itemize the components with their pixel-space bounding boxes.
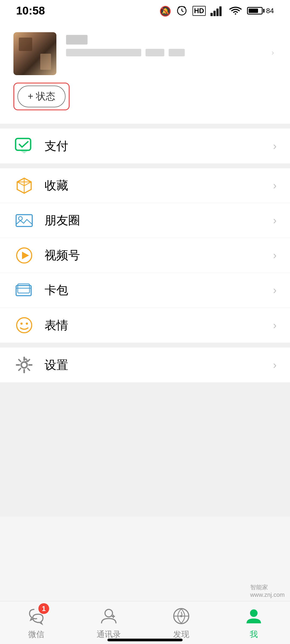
- payment-label: 支付: [45, 138, 273, 154]
- hd-label: HD: [193, 6, 206, 16]
- payment-arrow: ›: [273, 140, 277, 152]
- settings-arrow: ›: [273, 359, 277, 371]
- status-button[interactable]: + 状态: [17, 86, 66, 107]
- avatar[interactable]: [13, 32, 56, 75]
- nav-item-contacts[interactable]: 通讯录: [73, 605, 145, 640]
- contacts-nav-label: 通讯录: [97, 629, 121, 640]
- wechat-icon-wrap: 1: [26, 605, 47, 627]
- svg-line-41: [181, 612, 182, 615]
- wechat-badge: 1: [38, 603, 49, 614]
- menu-list-3: 设置 ›: [0, 347, 290, 382]
- status-highlight-box: + 状态: [13, 83, 70, 110]
- svg-marker-11: [20, 150, 28, 153]
- svg-point-23: [20, 323, 23, 325]
- bottom-nav: 1 微信 通讯录 发现: [0, 601, 290, 644]
- gray-fill: [0, 382, 290, 517]
- battery-icon: 84: [247, 7, 274, 15]
- svg-marker-18: [22, 252, 29, 259]
- favorites-icon-wrap: [13, 175, 35, 196]
- svg-rect-6: [211, 13, 213, 16]
- me-nav-label: 我: [250, 629, 258, 640]
- svg-text:🔕: 🔕: [159, 5, 171, 17]
- svg-rect-9: [219, 6, 222, 16]
- svg-point-34: [21, 362, 27, 368]
- menu-item-favorites[interactable]: 收藏 ›: [0, 168, 290, 203]
- svg-point-22: [17, 318, 32, 333]
- svg-line-5: [184, 6, 186, 8]
- nav-item-wechat[interactable]: 1 微信: [0, 605, 73, 640]
- profile-info: ›: [66, 32, 277, 56]
- stickers-arrow: ›: [273, 319, 277, 331]
- status-time: 10:58: [16, 4, 45, 17]
- menu-list: 支付 ›: [0, 129, 290, 163]
- status-icons: 🔕 HD: [159, 5, 274, 17]
- svg-point-16: [19, 217, 22, 220]
- moments-icon: [15, 211, 34, 230]
- favorites-arrow: ›: [273, 180, 277, 192]
- moments-label: 朋友圈: [45, 213, 273, 228]
- menu-item-stickers[interactable]: 表情 ›: [0, 308, 290, 343]
- status-bar: 10:58 🔕 HD: [0, 0, 290, 21]
- menu-item-payment[interactable]: 支付 ›: [0, 129, 290, 163]
- profile-name: [66, 35, 88, 45]
- group-separator-1: [0, 163, 290, 168]
- watermark: 智能家 www.znj.com: [250, 583, 285, 598]
- svg-point-24: [26, 323, 28, 325]
- svg-point-35: [105, 609, 113, 617]
- favorites-label: 收藏: [45, 178, 273, 193]
- channels-icon: [15, 246, 34, 265]
- wallet-icon: [15, 281, 34, 300]
- channels-icon-wrap: [13, 245, 35, 266]
- payment-icon: [15, 136, 34, 156]
- nav-item-me[interactable]: 我: [218, 605, 290, 640]
- svg-rect-8: [216, 9, 219, 16]
- profile-id: [66, 49, 141, 56]
- menu-item-wallet[interactable]: 卡包 ›: [0, 273, 290, 308]
- profile-id-row: ›: [66, 49, 277, 56]
- menu-item-moments[interactable]: 朋友圈 ›: [0, 203, 290, 238]
- menu-item-settings[interactable]: 设置 ›: [0, 347, 290, 382]
- wallet-arrow: ›: [273, 284, 277, 296]
- stickers-icon: [15, 316, 34, 335]
- discover-nav-label: 发现: [173, 629, 189, 640]
- channels-arrow: ›: [273, 249, 277, 261]
- svg-point-40: [180, 615, 182, 617]
- svg-line-31: [28, 368, 30, 370]
- watermark-line1: 智能家: [250, 583, 285, 591]
- status-button-row: + 状态: [13, 83, 277, 110]
- settings-icon: [15, 355, 34, 375]
- svg-rect-19: [16, 286, 31, 296]
- favorites-icon: [15, 176, 34, 195]
- watermark-line2: www.znj.com: [250, 591, 285, 598]
- svg-line-30: [19, 360, 21, 361]
- contacts-icon-wrap: [98, 605, 119, 627]
- signal-icon: [211, 5, 224, 16]
- nav-item-discover[interactable]: 发现: [145, 605, 218, 640]
- moments-arrow: ›: [273, 214, 277, 226]
- alarm-icon: [176, 5, 188, 17]
- mute-icon: 🔕: [159, 5, 171, 17]
- channels-label: 视频号: [45, 247, 273, 263]
- svg-line-33: [19, 368, 21, 370]
- payment-icon-wrap: [13, 135, 35, 157]
- profile-extra2: [169, 49, 185, 56]
- profile-extra1: [146, 49, 164, 56]
- section-divider-1: [0, 124, 290, 129]
- svg-rect-15: [16, 215, 32, 226]
- settings-icon-wrap: [13, 354, 35, 376]
- moments-icon-wrap: [13, 210, 35, 231]
- svg-line-4: [178, 6, 180, 8]
- stickers-label: 表情: [45, 317, 273, 333]
- contacts-icon: [99, 607, 118, 625]
- svg-line-3: [182, 11, 183, 12]
- nav-spacer: [0, 517, 290, 559]
- wifi-icon: [229, 5, 242, 16]
- menu-item-channels[interactable]: 视频号 ›: [0, 238, 290, 273]
- profile-row: ›: [13, 32, 277, 75]
- profile-section: › + 状态: [0, 21, 290, 124]
- wallet-label: 卡包: [45, 282, 273, 298]
- me-icon-wrap: [243, 605, 264, 627]
- me-icon: [244, 607, 263, 625]
- profile-arrow[interactable]: ›: [269, 49, 277, 56]
- wallet-icon-wrap: [13, 280, 35, 301]
